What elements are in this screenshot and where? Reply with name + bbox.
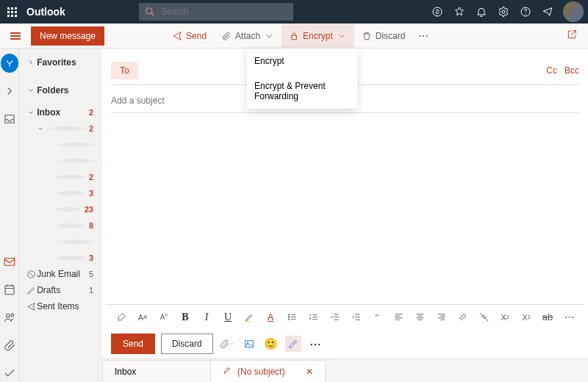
insert-image-button[interactable] bbox=[241, 336, 257, 352]
svg-point-0 bbox=[146, 8, 152, 14]
notifications-icon[interactable] bbox=[470, 0, 492, 24]
bcc-button[interactable]: Bcc bbox=[564, 65, 579, 76]
format-painter[interactable] bbox=[114, 310, 129, 325]
search-box[interactable] bbox=[139, 3, 293, 21]
attach-button[interactable] bbox=[219, 336, 235, 352]
indent-button[interactable] bbox=[348, 310, 363, 325]
rail-inbox[interactable] bbox=[1, 110, 18, 128]
align-left-icon bbox=[393, 311, 404, 322]
rail-mail[interactable] bbox=[1, 253, 18, 270]
sidebar-subfolder[interactable]: 2 bbox=[44, 169, 98, 185]
link-icon bbox=[457, 311, 468, 322]
discard-button[interactable]: Discard bbox=[161, 334, 213, 354]
unlink-button[interactable] bbox=[476, 310, 491, 325]
sidebar-subfolder[interactable]: 2 bbox=[34, 120, 98, 137]
sidebar-subfolder[interactable] bbox=[44, 153, 98, 169]
open-new-window[interactable] bbox=[566, 29, 578, 43]
help-icon[interactable] bbox=[514, 0, 537, 24]
avatar[interactable] bbox=[563, 1, 584, 22]
bold-button[interactable]: B bbox=[178, 310, 193, 325]
send-button[interactable]: Send bbox=[111, 334, 155, 354]
image-icon bbox=[243, 338, 255, 350]
toolbar-encrypt[interactable]: Encrypt bbox=[282, 24, 354, 48]
search-input[interactable] bbox=[161, 7, 287, 17]
sendrow-more[interactable]: ⋯ bbox=[307, 336, 323, 352]
align-left-button[interactable] bbox=[391, 310, 406, 325]
svg-line-1 bbox=[151, 13, 154, 16]
sidebar-folders[interactable]: Folders bbox=[24, 82, 98, 98]
rail-yammer[interactable] bbox=[1, 54, 18, 72]
rail-calendar[interactable] bbox=[1, 281, 18, 298]
superscript-button[interactable]: X2 bbox=[498, 310, 512, 325]
bullet-list-button[interactable] bbox=[284, 310, 299, 325]
message-body[interactable] bbox=[111, 118, 579, 304]
new-message-button[interactable]: New message bbox=[31, 26, 104, 46]
people-icon bbox=[3, 311, 16, 324]
folder-name-redacted bbox=[55, 239, 98, 245]
sidebar-sent[interactable]: Sent Items bbox=[24, 298, 98, 314]
rail-todo[interactable] bbox=[1, 364, 18, 382]
subscript-button[interactable]: X2 bbox=[519, 310, 534, 325]
font-color-button[interactable]: A bbox=[263, 310, 278, 325]
folder-name-redacted bbox=[54, 174, 89, 180]
highlight-button[interactable] bbox=[242, 310, 257, 325]
align-right-button[interactable] bbox=[434, 310, 448, 325]
toolbar-discard[interactable]: Discard bbox=[354, 24, 413, 48]
align-center-button[interactable] bbox=[412, 310, 427, 325]
sidebar-subfolder[interactable]: 3 bbox=[44, 185, 98, 201]
tab-draft[interactable]: (No subject) ✕ bbox=[210, 360, 326, 382]
sidebar-subfolder[interactable] bbox=[44, 234, 98, 250]
feedback-icon[interactable] bbox=[537, 0, 559, 24]
italic-button[interactable]: I bbox=[199, 310, 214, 325]
signature-button[interactable] bbox=[285, 336, 301, 352]
app-header: Outlook bbox=[0, 0, 588, 24]
number-list-button[interactable] bbox=[306, 310, 320, 325]
font-size[interactable]: A° bbox=[157, 310, 171, 325]
format-more[interactable]: ⋯ bbox=[562, 310, 576, 325]
rail-people[interactable] bbox=[1, 309, 18, 326]
toolbar-send[interactable]: Send bbox=[165, 24, 214, 48]
close-tab-button[interactable]: ✕ bbox=[306, 367, 313, 377]
rail-files[interactable] bbox=[1, 336, 18, 354]
svg-rect-6 bbox=[292, 35, 297, 39]
hamburger-icon bbox=[10, 35, 21, 37]
svg-rect-15 bbox=[245, 340, 253, 347]
cc-button[interactable]: Cc bbox=[546, 65, 557, 76]
to-button[interactable]: To bbox=[111, 62, 138, 79]
quote-button[interactable]: " bbox=[370, 310, 384, 325]
svg-point-9 bbox=[6, 314, 10, 318]
encrypt-prevent-forward-option[interactable]: Encrypt & Prevent Forwarding bbox=[247, 73, 357, 109]
sidebar-favorites[interactable]: Favorites bbox=[24, 54, 98, 71]
underline-button[interactable]: U bbox=[220, 310, 235, 325]
sidebar-subfolder[interactable]: 3 bbox=[44, 250, 98, 266]
settings-icon[interactable] bbox=[492, 0, 514, 24]
toolbar-more[interactable]: ⋯ bbox=[412, 30, 436, 42]
emoji-button[interactable]: 🙂 bbox=[263, 336, 279, 352]
app-launcher[interactable] bbox=[0, 0, 24, 24]
sidebar-subfolder[interactable] bbox=[44, 137, 98, 153]
sidebar-inbox[interactable]: Inbox 2 bbox=[24, 104, 98, 120]
tab-draft-label: (No subject) bbox=[237, 367, 285, 377]
sidebar-drafts-label: Drafts bbox=[37, 285, 89, 295]
yammer-icon bbox=[1, 54, 18, 73]
tab-inbox[interactable]: Inbox bbox=[102, 360, 211, 382]
strikethrough-button[interactable]: ab bbox=[540, 310, 555, 325]
toolbar-attach[interactable]: Attach bbox=[214, 24, 282, 48]
sidebar-subfolder[interactable]: 23 bbox=[44, 201, 98, 217]
encrypt-option[interactable]: Encrypt bbox=[247, 48, 357, 73]
sidebar-drafts[interactable]: Drafts 1 bbox=[24, 282, 98, 298]
sidebar-subfolder[interactable]: 8 bbox=[44, 217, 98, 234]
rail-favorites[interactable] bbox=[1, 82, 18, 100]
sidebar-folders-label: Folders bbox=[37, 85, 98, 96]
menu-toggle[interactable] bbox=[7, 28, 24, 44]
outdent-button[interactable] bbox=[327, 310, 342, 325]
font-family[interactable]: AA bbox=[135, 310, 150, 325]
chevron-down-icon bbox=[27, 109, 35, 116]
premium-icon[interactable] bbox=[448, 0, 470, 24]
svg-point-12 bbox=[288, 314, 290, 315]
draft-icon bbox=[26, 286, 36, 295]
link-button[interactable] bbox=[455, 310, 470, 325]
search-icon bbox=[145, 7, 155, 17]
sidebar-junk[interactable]: Junk Email 5 bbox=[24, 266, 98, 282]
skype-icon[interactable] bbox=[426, 0, 448, 24]
